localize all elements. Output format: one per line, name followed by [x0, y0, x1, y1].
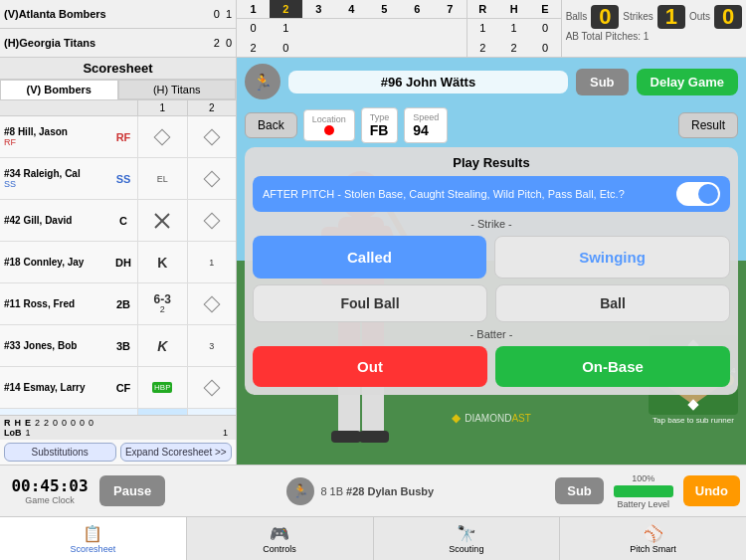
sub-bottom-button[interactable]: Sub — [555, 477, 604, 504]
foul-ball-button[interactable]: Foul Ball — [253, 284, 487, 322]
inning-2: 2 — [270, 0, 302, 18]
home-score-col1: 2 — [214, 37, 220, 49]
ab-row: AB Total Pitches: 1 — [566, 31, 742, 42]
score-bso: Balls 0 Strikes 1 Outs 0 AB Total Pitche… — [562, 0, 746, 57]
game-area: 🏃 #96 John Wätts Sub Delay Game Back Loc… — [237, 58, 746, 465]
substitutions-button[interactable]: Substitutions — [4, 443, 116, 462]
pause-button[interactable]: Pause — [99, 475, 165, 506]
type-label: Type — [370, 112, 390, 122]
pitch-smart-nav-icon: ⚾ — [644, 524, 663, 543]
outs-value: 0 — [714, 5, 742, 29]
away-rhe: 110 — [467, 19, 561, 39]
game-clock: 00:45:03 Game Clock — [0, 476, 99, 505]
team-scores: 01 20 — [237, 19, 466, 58]
svg-rect-12 — [359, 431, 389, 443]
nav-pitch-smart[interactable]: ⚾ Pitch Smart — [560, 517, 746, 560]
inning-4: 4 — [335, 0, 368, 18]
away-team-row: (V)Atlanta Bombers 0 1 — [0, 0, 236, 29]
battery-fill — [614, 485, 673, 497]
home-score-col2: 0 — [226, 37, 232, 49]
play-results-panel: Play Results AFTER PITCH - Stolen Base, … — [245, 147, 738, 395]
play-results-title: Play Results — [253, 155, 730, 170]
home-score-row: 20 — [237, 39, 466, 59]
scouting-nav-label: Scouting — [449, 544, 483, 554]
toggle-knob — [698, 184, 718, 204]
scouting-nav-icon: 🔭 — [457, 524, 476, 543]
ball-button[interactable]: Ball — [495, 284, 730, 322]
tab-home[interactable]: (H) Titans — [118, 80, 237, 99]
strike-buttons[interactable]: Called Swinging — [253, 236, 730, 279]
foul-ball-row[interactable]: Foul Ball Ball — [253, 284, 730, 322]
battery-pct: 100% — [632, 473, 654, 483]
home-team-row: (H)Georgia Titans 2 0 — [0, 29, 236, 57]
scoresheet-col-header: 1 2 — [0, 100, 236, 116]
batter-base: 1B — [330, 485, 343, 497]
strikes-value: 1 — [657, 5, 685, 29]
controls-nav-icon: 🎮 — [270, 524, 289, 543]
scoresheet-panel: Scoresheet (V) Bombers (H) Titans 1 2 #8… — [0, 58, 237, 465]
after-pitch-row[interactable]: AFTER PITCH - Stolen Base, Caught Steali… — [253, 176, 730, 212]
undo-button[interactable]: Undo — [683, 475, 740, 506]
out-button[interactable]: Out — [253, 346, 487, 387]
pitch-smart-nav-label: Pitch Smart — [630, 544, 676, 554]
player-name-badge: #96 John Wätts — [288, 71, 568, 93]
away-score-row: 01 — [237, 19, 466, 39]
strikes-label: Strikes — [623, 11, 653, 22]
toggle-switch[interactable] — [676, 182, 720, 206]
sub-button[interactable]: Sub — [576, 69, 629, 95]
score-innings: 1 2 3 4 5 6 7 01 20 — [237, 0, 467, 57]
player-row: #11 Ross, Fred 2B 6-3 2 — [0, 283, 236, 325]
svg-rect-11 — [331, 431, 361, 443]
expand-scoresheet-button[interactable]: Expand Scoresheet >> — [120, 443, 233, 462]
swinging-button[interactable]: Swinging — [494, 236, 730, 279]
main-area: Scoresheet (V) Bombers (H) Titans 1 2 #8… — [0, 58, 746, 465]
pitch-speed-value: 94 — [413, 122, 439, 138]
back-button[interactable]: Back — [245, 112, 297, 138]
batter-label: - Batter - — [253, 328, 730, 340]
nav-scouting[interactable]: 🔭 Scouting — [374, 517, 561, 560]
location-label: Location — [312, 114, 346, 124]
location-dot — [324, 125, 334, 135]
tap-label: Tap base to sub runner — [649, 416, 738, 425]
nav-controls[interactable]: 🎮 Controls — [187, 517, 374, 560]
battery-section: 100% Battery Level — [604, 473, 683, 509]
called-button[interactable]: Called — [253, 236, 486, 279]
battery-bar — [614, 485, 673, 497]
player-row: #42 Gill, David C — [0, 200, 236, 242]
away-team-name: (V)Atlanta Bombers — [4, 8, 106, 20]
after-pitch-text: AFTER PITCH - Stolen Base, Caught Steali… — [263, 188, 668, 200]
scoresheet-nav-icon: 📋 — [83, 524, 102, 543]
delay-game-button[interactable]: Delay Game — [637, 69, 738, 95]
player-list: #8 Hill, Jason RF RF #34 Raleigh, Cal SS — [0, 116, 236, 415]
outs-label: Outs — [689, 11, 710, 22]
pitch-bar: Back Location Type FB Speed 94 Result — [245, 107, 738, 143]
player-row: #14 Esmay, Larry CF HBP — [0, 367, 236, 409]
nav-scoresheet[interactable]: 📋 Scoresheet — [0, 517, 187, 560]
result-button[interactable]: Result — [678, 112, 738, 138]
onbase-button[interactable]: On-Base — [495, 346, 730, 387]
rhe-rows: 110 220 — [467, 19, 561, 58]
inning-3: 3 — [302, 0, 335, 18]
batter-buttons[interactable]: Out On-Base — [253, 346, 730, 387]
pitch-type-value: FB — [370, 122, 390, 138]
team-tabs[interactable]: (V) Bombers (H) Titans — [0, 80, 236, 100]
diamond-icon: ◆ — [452, 411, 461, 425]
player-avatar: 🏃 — [245, 64, 280, 99]
home-rhe: 220 — [467, 39, 561, 59]
clock-time: 00:45:03 — [11, 476, 88, 495]
h-header: H — [498, 0, 529, 18]
rhe-header: R H E — [467, 0, 561, 19]
batter-name: #28 Dylan Busby — [346, 485, 434, 497]
player-row: #18 Connley, Jay DH K 1 — [0, 242, 236, 283]
batter-avatar: 🏃 — [286, 477, 314, 505]
scoresheet-buttons[interactable]: Substitutions Expand Scoresheet >> — [0, 440, 236, 465]
game-topbar: 🏃 #96 John Wätts Sub Delay Game — [237, 58, 746, 105]
pitch-speed-box: Speed 94 — [404, 107, 448, 143]
tab-away[interactable]: (V) Bombers — [0, 80, 118, 99]
inning-6: 6 — [401, 0, 434, 18]
r-header: R — [467, 0, 498, 18]
score-rhe: R H E 110 220 — [467, 0, 562, 57]
player-row: #8 Hill, Jason RF RF — [0, 116, 236, 158]
inning-header: 1 2 3 4 5 6 7 — [237, 0, 466, 19]
controls-nav-label: Controls — [263, 544, 296, 554]
